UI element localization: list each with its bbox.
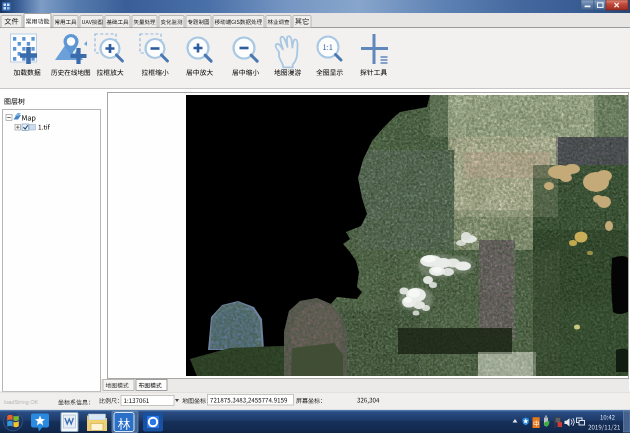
svg-text:loadString OK: loadString OK bbox=[4, 399, 39, 405]
